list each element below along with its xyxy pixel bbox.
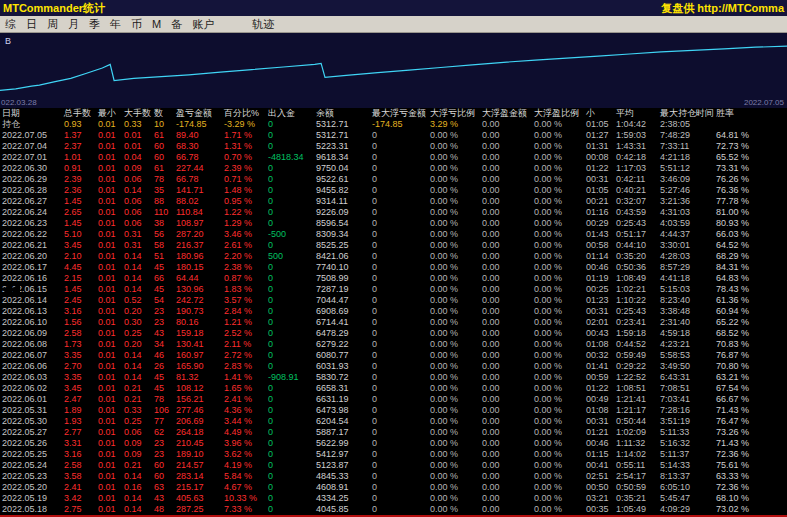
table-row-22-cell-9: 0 (370, 372, 428, 383)
table-row-20-cell-7: 0 (266, 350, 314, 361)
table-row-22-cell-6: 1.41 % (222, 372, 266, 383)
table-row-1[interactable]: 2022.07.042.370.010.016068.301.31 %05223… (0, 141, 787, 152)
table-row-30-cell-15: 5:14:33 (658, 460, 714, 471)
table-row-29-cell-0: 2022.05.25 (0, 449, 62, 460)
table-row-23-cell-5: 108.12 (174, 383, 222, 394)
table-row-13-cell-8: 7508.99 (314, 273, 370, 284)
table-header-row-cell-12: 大浮盈比例 (532, 108, 584, 119)
stats-table: 日期总手数最小大手数数盈亏金额百分比%出入金余额最大浮亏金额大浮亏比例大浮盈金额… (0, 108, 787, 517)
table-row-19-cell-4: 34 (152, 339, 174, 350)
table-row-3-cell-6: 2.39 % (222, 163, 266, 174)
table-row-20-cell-10: 0.00 % (428, 350, 480, 361)
menu-item-trajectory[interactable]: 轨迹 (247, 17, 279, 32)
menu-item-weekly[interactable]: 周 (42, 17, 63, 32)
table-row-19-cell-8: 6279.22 (314, 339, 370, 350)
table-row-8-cell-0: 2022.06.23 (0, 218, 62, 229)
table-row-28[interactable]: 2022.05.263.310.010.0923210.453.96 %0562… (0, 438, 787, 449)
table-row-32[interactable]: 2022.05.202.410.010.1663215.174.67 %0460… (0, 482, 787, 493)
table-row-7[interactable]: 2022.06.242.650.010.06110110.841.22 %092… (0, 207, 787, 218)
table-row-4[interactable]: 2022.06.292.390.010.067866.780.71 %09522… (0, 174, 787, 185)
menu-item-currency[interactable]: 币 (126, 17, 147, 32)
table-row-9[interactable]: 2022.06.225.100.010.3156287.203.46 %-500… (0, 229, 787, 240)
table-row-8-cell-5: 108.97 (174, 218, 222, 229)
table-row-12-cell-10: 0.00 % (428, 262, 480, 273)
table-row-31-cell-12: 0.00 % (532, 471, 584, 482)
table-row-21-cell-0: 2022.06.06 (0, 361, 62, 372)
table-row-31-cell-16: 63.33 % (714, 471, 760, 482)
table-row-23[interactable]: 2022.06.023.450.010.2145108.121.65 %0665… (0, 383, 787, 394)
menu-item-notes[interactable]: 备 (166, 17, 187, 32)
table-row-9-cell-2: 0.01 (96, 229, 122, 240)
table-row-27[interactable]: 2022.05.272.770.010.0662264.184.49 %0588… (0, 427, 787, 438)
table-row-20-cell-13: 00:32 (584, 350, 614, 361)
table-row-2[interactable]: 2022.07.011.010.010.046066.780.70 %-4818… (0, 152, 787, 163)
table-row-30-cell-4: 60 (152, 460, 174, 471)
table-row-18[interactable]: 2022.06.092.580.010.2543159.182.52 %0647… (0, 328, 787, 339)
table-row-5-cell-9: 0 (370, 185, 428, 196)
table-row-24[interactable]: 2022.06.012.470.010.2178156.212.41 %0663… (0, 394, 787, 405)
table-header-row[interactable]: 日期总手数最小大手数数盈亏金额百分比%出入金余额最大浮亏金额大浮亏比例大浮盈金额… (0, 108, 787, 119)
table-row-15[interactable]: 2022.06.142.450.010.5254242.723.57 %0704… (0, 295, 787, 306)
table-row-10-cell-10: 0.00 % (428, 240, 480, 251)
table-row-6[interactable]: 2022.06.271.450.010.068888.020.95 %09314… (0, 196, 787, 207)
table-row-18-cell-7: 0 (266, 328, 314, 339)
table-row-24-cell-6: 2.41 % (222, 394, 266, 405)
table-row-32-cell-15: 6:05:10 (658, 482, 714, 493)
menu-item-yearly[interactable]: 年 (105, 17, 126, 32)
table-row-27-cell-6: 4.49 % (222, 427, 266, 438)
table-row-15-cell-16: 61.36 % (714, 295, 760, 306)
table-row-33-cell-16: 68.10 % (714, 493, 760, 504)
menu-item-daily[interactable]: 日 (21, 17, 42, 32)
table-row-14[interactable]: 2022.06.151.450.010.1445130.961.83 %0728… (0, 284, 787, 295)
table-row-0-cell-0: 2022.07.05 (0, 130, 62, 141)
table-row-19-cell-10: 0.00 % (428, 339, 480, 350)
summary-row[interactable]: 持仓0.930.010.3310-174.85-3.29 %05312.71-1… (0, 119, 787, 130)
summary-row-cell-3: 0.33 (122, 119, 152, 130)
table-row-1-cell-5: 68.30 (174, 141, 222, 152)
table-row-0[interactable]: 2022.07.051.370.010.016189.401.71 %05312… (0, 130, 787, 141)
table-row-4-cell-15: 3:46:09 (658, 174, 714, 185)
titlebar-link[interactable]: 复盘供 http://MTComma (661, 1, 784, 16)
table-row-20[interactable]: 2022.06.073.350.010.1446160.972.72 %0608… (0, 350, 787, 361)
table-row-8[interactable]: 2022.06.231.450.010.0638108.971.29 %0859… (0, 218, 787, 229)
table-row-32-cell-2: 0.01 (96, 482, 122, 493)
table-row-16[interactable]: 2022.06.133.160.010.2023190.732.84 %0690… (0, 306, 787, 317)
table-row-0-cell-3: 0.01 (122, 130, 152, 141)
table-row-31[interactable]: 2022.05.233.580.010.1460283.145.84 %0484… (0, 471, 787, 482)
table-row-3[interactable]: 2022.06.300.910.010.0961227.442.39 %0975… (0, 163, 787, 174)
table-row-11[interactable]: 2022.06.202.100.010.1451180.962.20 %5008… (0, 251, 787, 262)
table-row-29[interactable]: 2022.05.253.160.010.0923189.103.62 %0541… (0, 449, 787, 460)
table-row-25[interactable]: 2022.05.311.890.010.33106277.464.36 %064… (0, 405, 787, 416)
table-row-1-cell-12: 0.00 % (532, 141, 584, 152)
table-header-row-cell-13: 小 (584, 108, 614, 119)
table-row-33[interactable]: 2022.05.193.420.010.1443405.6310.33 %043… (0, 493, 787, 504)
table-row-5[interactable]: 2022.06.282.360.010.1435141.711.48 %0945… (0, 185, 787, 196)
table-row-10[interactable]: 2022.06.213.450.010.3158216.372.61 %0852… (0, 240, 787, 251)
table-row-29-cell-9: 0 (370, 449, 428, 460)
menu-item-account[interactable]: 账户 (187, 17, 219, 32)
table-row-21-cell-14: 0:29:22 (614, 361, 658, 372)
menu-item-overview[interactable]: 综 (0, 17, 21, 32)
table-row-12-cell-11: 0.00 (480, 262, 532, 273)
table-row-23-cell-14: 1:08:51 (614, 383, 658, 394)
table-row-27-cell-3: 0.06 (122, 427, 152, 438)
table-row-22[interactable]: 2022.06.033.350.010.144581.321.41 %-908.… (0, 372, 787, 383)
table-row-34[interactable]: 2022.05.182.750.010.1448287.257.33 %0404… (0, 504, 787, 515)
table-row-7-cell-4: 110 (152, 207, 174, 218)
menu-item-m[interactable]: M (147, 18, 166, 30)
rewind-marker-icon[interactable] (2, 283, 22, 297)
table-row-17[interactable]: 2022.06.101.560.010.302380.161.21 %06714… (0, 317, 787, 328)
menu-item-quarterly[interactable]: 季 (84, 17, 105, 32)
table-row-26[interactable]: 2022.05.301.930.010.2577206.693.44 %0620… (0, 416, 787, 427)
table-row-12[interactable]: 2022.06.174.450.010.1445180.152.38 %0774… (0, 262, 787, 273)
table-row-21[interactable]: 2022.06.062.700.010.1426165.902.83 %0603… (0, 361, 787, 372)
table-header-row-cell-11: 大浮盈金额 (480, 108, 532, 119)
table-row-10-cell-0: 2022.06.21 (0, 240, 62, 251)
table-row-19[interactable]: 2022.06.081.730.010.2034130.412.11 %0627… (0, 339, 787, 350)
menu-item-monthly[interactable]: 月 (63, 17, 84, 32)
table-row-13[interactable]: 2022.06.162.150.010.146664.440.87 %07508… (0, 273, 787, 284)
table-row-19-cell-1: 1.73 (62, 339, 96, 350)
table-row-15-cell-9: 0 (370, 295, 428, 306)
table-row-2-cell-7: -4818.34 (266, 152, 314, 163)
table-row-30[interactable]: 2022.05.242.580.010.2160214.574.19 %0512… (0, 460, 787, 471)
